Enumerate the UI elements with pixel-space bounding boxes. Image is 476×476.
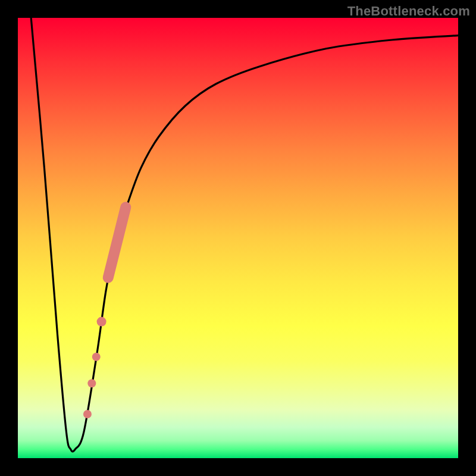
chart-frame: TheBottleneck.com [0, 0, 476, 476]
highlight-dot [83, 410, 92, 418]
bottleneck-curve [31, 18, 458, 452]
highlight-dot [97, 317, 107, 327]
highlight-dot [92, 353, 101, 361]
bottleneck-curve-svg [18, 18, 458, 458]
highlight-dot [87, 379, 96, 387]
watermark-text: TheBottleneck.com [347, 4, 470, 19]
highlight-band [108, 207, 126, 277]
plot-area [18, 18, 458, 458]
